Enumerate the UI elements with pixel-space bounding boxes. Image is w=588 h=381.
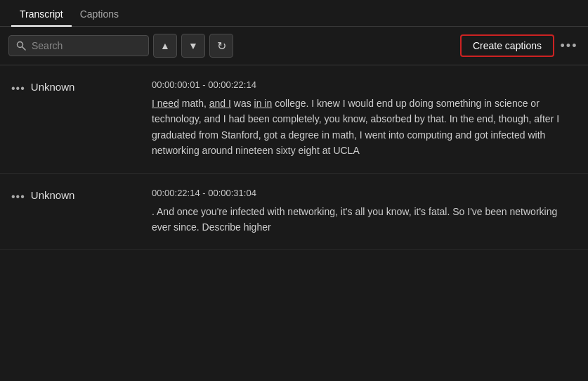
refresh-button[interactable]: ↻: [209, 34, 233, 58]
speaker-section: ••• Unknown: [11, 188, 152, 203]
app-container: Transcript Captions ▲ ▼ ↻ Create caption…: [0, 0, 588, 381]
tab-captions[interactable]: Captions: [72, 3, 127, 27]
more-options-button[interactable]: •••: [558, 35, 580, 56]
toolbar: ▲ ▼ ↻ Create captions •••: [0, 27, 588, 65]
timestamp: 00:00:22:14 - 00:00:31:04: [152, 188, 577, 198]
search-box: [8, 35, 149, 56]
search-input[interactable]: [32, 40, 141, 51]
transcript-word: and I: [209, 98, 231, 109]
create-captions-button[interactable]: Create captions: [460, 34, 554, 57]
timestamp: 00:00:00:01 - 00:00:22:14: [152, 79, 577, 90]
transcript-word: I need: [152, 98, 179, 109]
transcript-word: was: [231, 98, 254, 109]
transcript-word: math,: [179, 98, 209, 109]
speaker-menu-dots[interactable]: •••: [11, 190, 25, 203]
transcript-content: ••• Unknown 00:00:00:01 - 00:00:22:14 I …: [0, 65, 588, 381]
refresh-icon: ↻: [217, 39, 226, 53]
transcript-body: . And once you're infected with networki…: [152, 204, 577, 235]
transcript-entry: ••• Unknown 00:00:22:14 - 00:00:31:04 . …: [0, 174, 588, 250]
speaker-name: Unknown: [31, 189, 75, 201]
speaker-menu-dots[interactable]: •••: [11, 82, 25, 95]
more-icon: •••: [561, 39, 578, 52]
transcript-word: in in: [254, 98, 273, 109]
tabs-bar: Transcript Captions: [0, 0, 588, 27]
transcript-text-section: 00:00:00:01 - 00:00:22:14 I need math, a…: [152, 79, 577, 159]
transcript-entry: ••• Unknown 00:00:00:01 - 00:00:22:14 I …: [0, 65, 588, 174]
up-icon: ▲: [160, 40, 170, 51]
up-button[interactable]: ▲: [153, 34, 177, 58]
transcript-body: I need math, and I was in in college. I …: [152, 96, 577, 159]
tab-transcript[interactable]: Transcript: [11, 3, 72, 27]
speaker-name: Unknown: [31, 81, 75, 93]
transcript-word: . And once you're infected with networki…: [152, 206, 557, 233]
speaker-section: ••• Unknown: [11, 79, 152, 95]
down-button[interactable]: ▼: [181, 34, 205, 58]
transcript-text-section: 00:00:22:14 - 00:00:31:04 . And once you…: [152, 188, 577, 235]
down-icon: ▼: [188, 40, 198, 51]
search-icon: [16, 41, 26, 51]
svg-line-1: [22, 47, 26, 51]
